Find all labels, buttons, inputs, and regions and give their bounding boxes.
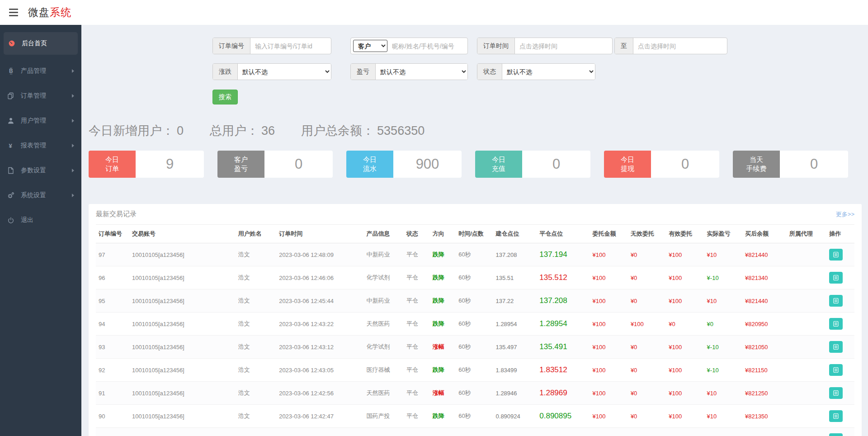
list-icon bbox=[833, 367, 839, 373]
cell-duration: 60秒 bbox=[456, 382, 493, 405]
sidebar-item-logout[interactable]: 退出 bbox=[0, 208, 81, 232]
profit-select[interactable]: 默认不选 bbox=[376, 64, 467, 80]
cell-agent bbox=[787, 243, 826, 266]
search-button[interactable]: 搜索 bbox=[212, 90, 238, 104]
svg-text:B: B bbox=[9, 68, 13, 74]
cell-username: 浩文 bbox=[236, 336, 277, 359]
chevron-right-icon bbox=[72, 144, 74, 147]
sidebar-item-system-settings[interactable]: 系统设置 bbox=[0, 183, 81, 208]
card-today-fees: 当天手续费 0 bbox=[733, 151, 848, 178]
sidebar-item-reports[interactable]: ¥ 报表管理 bbox=[0, 133, 81, 158]
transactions-table: 订单编号交易账号用户姓名订单时间产品信息状态方向时间/点数建仓点位平仓点位委托金… bbox=[96, 225, 854, 436]
cell-duration: 60秒 bbox=[456, 289, 493, 313]
cell-order-id: 89 bbox=[96, 428, 129, 436]
order-time-end-input[interactable] bbox=[633, 38, 727, 54]
cell-balance-after: ¥821250 bbox=[742, 382, 787, 405]
cell-product: 天然医药 bbox=[364, 313, 404, 336]
row-detail-button[interactable] bbox=[829, 318, 843, 330]
cell-status: 平仓 bbox=[404, 243, 430, 266]
to-label: 至 bbox=[615, 38, 633, 54]
profit-label: 盈亏 bbox=[351, 64, 376, 80]
cell-status: 平仓 bbox=[404, 313, 430, 336]
cell-entrust-amount: ¥100 bbox=[590, 313, 628, 336]
sidebar-item-users[interactable]: 用户管理 bbox=[0, 108, 81, 133]
sidebar-item-dashboard[interactable]: 后台首页 bbox=[4, 32, 78, 55]
chevron-right-icon bbox=[72, 194, 74, 197]
cell-entrust-amount: ¥100 bbox=[590, 405, 628, 428]
cell-order-time: 2023-03-06 12:43:22 bbox=[276, 313, 363, 336]
cell-order-time: 2023-03-06 12:43:05 bbox=[276, 359, 363, 382]
row-detail-button[interactable] bbox=[829, 249, 843, 261]
cell-agent bbox=[787, 405, 826, 428]
sidebar-item-label: 报表管理 bbox=[21, 142, 46, 150]
cell-username: 浩文 bbox=[236, 359, 277, 382]
hamburger-menu-icon[interactable] bbox=[9, 9, 18, 16]
chevron-right-icon bbox=[72, 119, 74, 123]
row-detail-button[interactable] bbox=[829, 387, 843, 399]
list-icon bbox=[833, 413, 839, 419]
cell-invalid-entrust: ¥0 bbox=[628, 359, 666, 382]
cell-product: 中新药业 bbox=[364, 428, 404, 436]
sidebar-item-label: 产品管理 bbox=[21, 67, 46, 75]
cell-product: 国药产投 bbox=[364, 405, 404, 428]
app-title: 微盘系统 bbox=[28, 5, 71, 19]
cell-order-id: 95 bbox=[96, 289, 129, 313]
cell-actual-pnl: ¥-10 bbox=[704, 428, 742, 436]
cell-status: 平仓 bbox=[404, 289, 430, 313]
cell-close-point: 137.219 bbox=[537, 428, 590, 436]
card-value: 0 bbox=[264, 151, 333, 178]
topbar: 微盘系统 bbox=[0, 0, 868, 25]
total-users-value: 36 bbox=[261, 124, 275, 137]
sidebar-item-parameters[interactable]: 参数设置 bbox=[0, 158, 81, 183]
transactions-panel: 最新交易记录 更多>> 订单编号交易账号用户姓名订单时间产品信息状态方向时间/点… bbox=[89, 204, 862, 436]
customer-type-select[interactable]: 客户 bbox=[353, 40, 387, 52]
cell-actual-pnl: ¥10 bbox=[704, 382, 742, 405]
status-label: 状态 bbox=[477, 64, 502, 80]
cell-action bbox=[826, 405, 854, 428]
row-detail-button[interactable] bbox=[829, 341, 843, 353]
table-row: 96 10010105[a123456] 浩文 2023-03-06 12:46… bbox=[96, 266, 854, 289]
sidebar-item-products[interactable]: B 产品管理 bbox=[0, 58, 81, 83]
sidebar-item-label: 退出 bbox=[21, 216, 33, 224]
card-label: 今日充值 bbox=[475, 151, 522, 178]
cell-account: 10010105[a123456] bbox=[129, 243, 236, 266]
updown-select[interactable]: 默认不选 bbox=[238, 64, 331, 80]
cell-close-point: 137.194 bbox=[537, 243, 590, 266]
column-header: 用户姓名 bbox=[236, 225, 277, 243]
cell-product: 中新药业 bbox=[364, 243, 404, 266]
customer-input[interactable] bbox=[387, 38, 467, 54]
sidebar: 后台首页 B 产品管理 订单管理 用户管理 ¥ 报 bbox=[0, 25, 81, 436]
cell-close-point: 0.890895 bbox=[537, 405, 590, 428]
order-time-start-input[interactable] bbox=[515, 38, 612, 54]
cell-agent bbox=[787, 382, 826, 405]
cell-username: 浩文 bbox=[236, 243, 277, 266]
row-detail-button[interactable] bbox=[829, 272, 843, 284]
table-row: 97 10010105[a123456] 浩文 2023-03-06 12:48… bbox=[96, 243, 854, 266]
card-today-turnover: 今日流水 900 bbox=[346, 151, 462, 178]
panel-title: 最新交易记录 bbox=[96, 210, 137, 218]
column-header: 操作 bbox=[826, 225, 854, 243]
column-header: 交易账号 bbox=[129, 225, 236, 243]
updown-filter: 涨跌 默认不选 bbox=[212, 63, 331, 80]
column-header: 平仓点位 bbox=[537, 225, 590, 243]
row-detail-button[interactable] bbox=[829, 410, 843, 422]
cell-order-time: 2023-03-06 12:42:56 bbox=[276, 382, 363, 405]
sidebar-item-orders[interactable]: 订单管理 bbox=[0, 83, 81, 108]
cell-username: 浩文 bbox=[236, 289, 277, 313]
cell-close-point: 137.208 bbox=[537, 289, 590, 313]
cell-direction: 跌降 bbox=[430, 289, 456, 313]
cell-actual-pnl: ¥10 bbox=[704, 405, 742, 428]
row-detail-button[interactable] bbox=[829, 364, 843, 376]
cell-valid-entrust: ¥100 bbox=[666, 243, 704, 266]
row-detail-button[interactable] bbox=[829, 433, 843, 436]
cell-open-point: 0.890924 bbox=[493, 405, 537, 428]
row-detail-button[interactable] bbox=[829, 295, 843, 307]
new-users-value: 0 bbox=[177, 124, 184, 137]
cell-entrust-amount: ¥100 bbox=[590, 243, 628, 266]
cell-close-point: 135.512 bbox=[537, 266, 590, 289]
order-no-input[interactable] bbox=[250, 38, 331, 54]
column-header: 买后余额 bbox=[742, 225, 787, 243]
table-row: 94 10010105[a123456] 浩文 2023-03-06 12:43… bbox=[96, 313, 854, 336]
status-select[interactable]: 默认不选 bbox=[502, 64, 595, 80]
more-link[interactable]: 更多>> bbox=[836, 210, 854, 218]
